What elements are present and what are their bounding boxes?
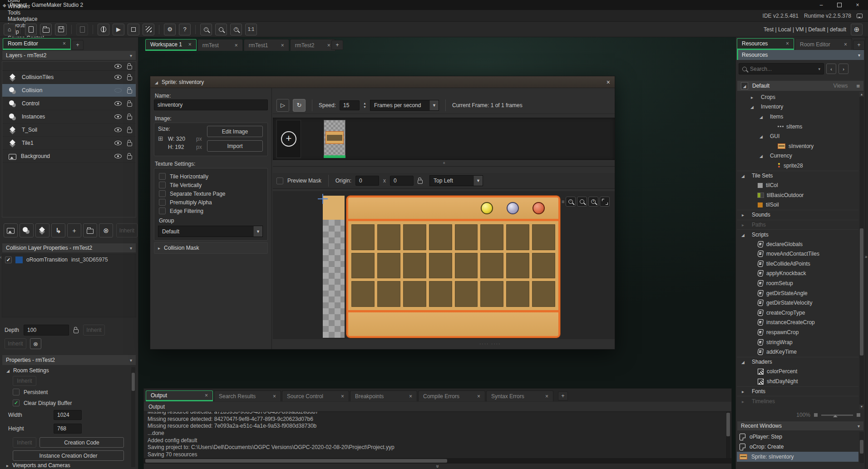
add-path-layer-button[interactable]: ↳ [51,223,65,237]
add-asset-layer-button[interactable]: + [67,223,81,237]
origin-mode-dropdown[interactable]: Top Left ▼ [429,175,483,186]
resize-icon[interactable]: ⊞ [158,135,163,142]
menu-item[interactable]: Windows [2,3,50,10]
maximize-button[interactable] [836,2,843,9]
depth-input[interactable]: 100 [24,325,69,336]
texture-option-checkbox[interactable] [159,182,166,188]
speed-stepper[interactable]: ▲▼ [363,102,366,109]
loop-button[interactable]: ↻ [293,99,306,112]
import-button[interactable]: Import [207,140,263,152]
instance-checkbox[interactable]: ✓ [5,257,12,263]
speed-input[interactable]: 15 [340,100,360,110]
tree-row[interactable]: Tile Sets [737,171,858,181]
tree-row[interactable]: roomSetup [737,278,858,288]
close-icon[interactable]: × [779,40,789,47]
window-resize-handle[interactable]: ···· ···· [479,341,501,346]
origin-x-input[interactable]: 0 [355,176,379,186]
tree-marker-icon[interactable] [740,212,745,218]
new-project-button[interactable] [25,24,37,35]
close-icon[interactable]: × [335,393,344,400]
lock-icon[interactable] [127,116,132,120]
tree-row[interactable]: getDirStateAngle [737,288,858,298]
recent-window-row[interactable]: Sprite: sInventory [737,452,858,462]
workspace-tab[interactable]: Workspace 1 × [145,39,197,51]
tree-row[interactable]: shdDayNight [737,376,858,386]
visibility-eye-icon[interactable] [114,154,122,158]
tree-row[interactable]: sItems [737,122,858,132]
toggle-all-visibility-icon[interactable] [114,64,122,69]
output-tab[interactable]: Syntax Errors × [486,390,553,401]
tree-marker-icon[interactable] [759,153,764,159]
frame-strip-splitter[interactable]: » [273,160,615,167]
texture-option-checkbox[interactable] [159,207,166,214]
tree-row[interactable]: GUI [737,131,858,141]
tree-row[interactable]: Fonts [737,386,858,396]
target-config[interactable]: Test | Local | VM | Default | default [764,26,846,33]
close-icon[interactable]: × [539,393,548,400]
feedback-icon[interactable] [857,14,863,18]
layer-row[interactable]: Background [2,150,136,163]
tree-row[interactable]: sInventory [737,141,858,151]
collapse-all-icon[interactable] [741,82,748,89]
add-workspace-tab-button[interactable]: + [331,40,343,50]
tree-marker-icon[interactable] [740,359,745,365]
stop-button[interactable] [128,24,139,35]
texture-option-checkbox[interactable] [159,190,166,197]
width-input[interactable]: 1024 [54,410,82,420]
menu-item[interactable]: Tools [2,10,50,16]
tree-marker-icon[interactable] [759,133,764,139]
layer-inherit-button[interactable]: Inherit [116,223,138,237]
tree-row[interactable]: Shaders [737,357,858,367]
expand-icon[interactable] [6,367,10,374]
instance-creation-order-button[interactable]: Instance Creation Order [13,450,124,461]
settings-button[interactable]: ⚙ [164,24,176,35]
zoom-in-button[interactable]: + [230,24,242,35]
output-tab[interactable]: Output × [146,390,213,401]
layers-header[interactable]: Layers - rmTest2 ▾ [2,50,136,60]
collision-layer-properties-header[interactable]: Collision Layer Properties - rmTest2 ▾ [2,243,136,253]
close-icon[interactable]: × [471,393,480,400]
layer-row[interactable]: Collision [2,84,136,97]
zoom-out-button[interactable]: − [200,24,212,35]
tree-row[interactable]: Paths [737,220,858,230]
sprite-canvas[interactable]: ≡ − + [273,191,615,339]
tree-row[interactable]: tilCol [737,180,858,190]
actual-size-button[interactable]: 1:1 [245,24,257,35]
close-icon[interactable]: × [321,42,330,49]
clean-button[interactable] [143,24,154,35]
lock-icon[interactable] [127,129,132,133]
canvas-fit-button[interactable] [600,197,610,207]
add-frame-button[interactable]: + [276,120,301,158]
height-input[interactable]: 768 [54,424,82,434]
tree-marker-icon[interactable] [750,94,755,100]
tree-marker-icon[interactable] [740,388,745,395]
tree-row[interactable]: declareGlobals [737,239,858,249]
hamburger-icon[interactable]: ≡ [856,83,860,89]
tree-row[interactable]: tilBasicOutdoor [737,190,858,200]
tree-row[interactable]: moveAndContactTiles [737,249,858,259]
output-log[interactable]: Missing resource detected: a72b593b-9085… [144,412,725,458]
tree-marker-icon[interactable] [740,232,745,238]
tree-row[interactable]: Inventory [737,102,858,112]
layer-row[interactable]: CollisionTiles [2,71,136,84]
visibility-eye-icon[interactable] [114,114,122,119]
tree-row[interactable]: colorPercent [737,367,858,377]
recent-windows-header[interactable]: Recent Windows ▾ [737,421,864,431]
lock-icon[interactable] [127,142,132,146]
save-project-button[interactable] [55,24,67,35]
speed-unit-dropdown[interactable]: Frames per second ▼ [370,100,439,111]
visibility-eye-icon[interactable] [114,88,122,93]
tree-row[interactable]: getDirStateVelocity [737,298,858,308]
tree-row[interactable]: stringWrap [737,337,858,347]
nav-back-button[interactable]: ‹ [826,64,836,74]
tree-row[interactable]: Sounds [737,210,858,220]
layer-row[interactable]: Tile1 [2,137,136,150]
lock-icon[interactable] [127,76,132,80]
output-tab[interactable]: Source Control × [282,390,349,401]
frame-thumbnail[interactable] [324,120,345,158]
preview-mask-checkbox[interactable] [276,178,283,184]
workspace-tab[interactable]: rmTest × [197,39,243,51]
play-button[interactable]: ▷ [276,99,289,112]
output-horizontal-scrollbar[interactable] [144,458,731,464]
clear-inherit-button[interactable]: ⊗ [30,338,41,349]
